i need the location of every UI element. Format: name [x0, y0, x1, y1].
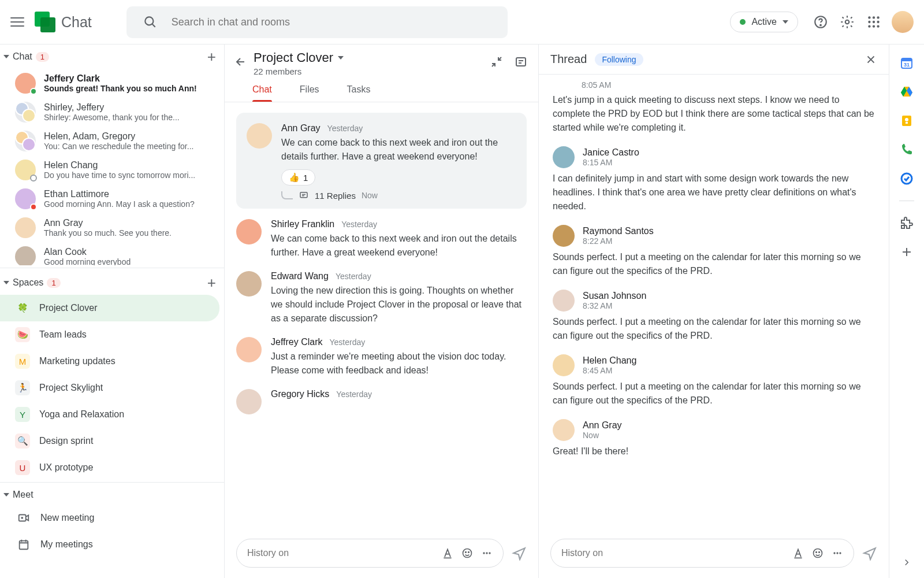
spaces-section-header[interactable]: Spaces 1 +: [0, 271, 224, 295]
chat-section-header[interactable]: Chat 1 +: [0, 45, 224, 69]
reaction-chip[interactable]: 👍1: [281, 169, 315, 186]
keep-app-icon[interactable]: [900, 114, 914, 128]
chat-item[interactable]: Ann GrayThank you so much. See you there…: [0, 213, 224, 242]
space-item[interactable]: UUX prototype: [0, 454, 219, 480]
chat-item[interactable]: Ethan LattimoreGood morning Ann. May I a…: [0, 184, 224, 213]
conversation-tabs: ChatFilesTasks: [225, 76, 538, 102]
chat-unread-badge: 1: [36, 52, 49, 62]
presence-dot-icon: [30, 88, 37, 95]
drive-app-icon[interactable]: [900, 85, 914, 99]
more-icon[interactable]: [481, 547, 493, 559]
close-icon[interactable]: [865, 53, 877, 66]
sidebar: Chat 1 + Jeffery ClarkSounds great! Than…: [0, 45, 225, 578]
caret-down-icon[interactable]: [338, 56, 344, 60]
featured-message-card[interactable]: Ann GrayYesterday We can come back to th…: [236, 113, 527, 209]
caret-down-icon[interactable]: [3, 281, 9, 284]
chat-item[interactable]: Helen ChangDo you have time to sync tomo…: [0, 155, 224, 184]
composer-input[interactable]: [247, 548, 434, 558]
meet-section-header[interactable]: Meet: [0, 485, 224, 505]
settings-gear-icon[interactable]: [840, 14, 855, 29]
format-icon[interactable]: [442, 547, 453, 559]
send-button[interactable]: [862, 546, 877, 561]
space-item[interactable]: 🏃Project Skylight: [0, 375, 219, 401]
back-arrow-icon[interactable]: [234, 55, 248, 69]
space-item[interactable]: YYoga and Relaxation: [0, 401, 219, 428]
meet-item[interactable]: My meetings: [0, 531, 224, 558]
tab-tasks[interactable]: Tasks: [347, 84, 371, 102]
space-icon: U: [15, 460, 30, 475]
svg-point-5: [868, 16, 870, 18]
space-item[interactable]: MMarketing updates: [0, 348, 219, 375]
avatar: [236, 337, 262, 362]
chat-preview: You: Can we reschedule the meeting for..…: [44, 142, 216, 151]
collapse-rail-icon[interactable]: [901, 557, 912, 568]
svg-point-8: [868, 21, 870, 23]
thread-messages: 8:05 AM Let's jump in a quick meeting to…: [539, 75, 889, 528]
following-chip[interactable]: Following: [595, 53, 643, 66]
meet-item-label: New meeting: [40, 513, 94, 523]
message-author: Raymond Santos: [583, 226, 654, 236]
message-time: 8:15 AM: [583, 158, 639, 167]
thread-panel-icon[interactable]: [514, 55, 528, 69]
caret-down-icon[interactable]: [3, 55, 9, 58]
help-icon[interactable]: [813, 14, 828, 29]
search-bar[interactable]: [126, 6, 508, 38]
message-time: Yesterday: [327, 124, 363, 133]
replies-summary[interactable]: 11 Replies Now: [281, 190, 516, 201]
thread-composer[interactable]: [550, 539, 854, 568]
new-space-button[interactable]: +: [207, 275, 216, 290]
caret-down-icon[interactable]: [3, 493, 9, 497]
extensions-icon[interactable]: [900, 216, 914, 230]
send-button[interactable]: [512, 546, 527, 561]
emoji-icon[interactable]: [461, 547, 473, 559]
status-selector[interactable]: Active: [730, 12, 798, 32]
message-text: Just a reminder we're meeting about the …: [271, 350, 527, 377]
meet-list: New meetingMy meetings: [0, 505, 224, 558]
emoji-icon[interactable]: [812, 547, 824, 559]
reaction-emoji: 👍: [289, 172, 300, 183]
space-label: Yoga and Relaxation: [39, 409, 124, 420]
svg-point-26: [483, 552, 485, 554]
tab-files[interactable]: Files: [300, 84, 319, 102]
search-icon: [143, 14, 158, 29]
space-item[interactable]: 🍉Team leads: [0, 321, 219, 348]
calendar-app-icon[interactable]: 31: [900, 56, 914, 70]
message-text: Let's jump in a quick meeting to discuss…: [553, 93, 875, 135]
svg-point-23: [463, 549, 472, 558]
message-composer[interactable]: [236, 539, 504, 568]
thread-message: Ann GrayNowGreat! I'll be there!: [553, 419, 875, 458]
chat-item[interactable]: Alan CookGood morning everybod: [0, 242, 224, 265]
add-app-icon[interactable]: [900, 245, 914, 259]
tab-chat[interactable]: Chat: [252, 84, 272, 102]
main-menu-button[interactable]: [10, 15, 24, 29]
new-chat-button[interactable]: +: [207, 49, 216, 64]
account-avatar[interactable]: [892, 11, 914, 33]
chat-section-label: Chat: [13, 51, 32, 62]
thread-composer-input[interactable]: [561, 548, 784, 558]
thread-message: Helen Chang8:45 AMSounds perfect. I put …: [553, 354, 875, 407]
message-text: Sounds perfect. I put a meeting on the c…: [553, 315, 875, 343]
svg-point-7: [877, 16, 879, 18]
format-icon[interactable]: [792, 547, 804, 559]
calendar-icon: [17, 538, 30, 551]
chat-item[interactable]: Jeffery ClarkSounds great! Thank you so …: [0, 69, 224, 98]
chat-item[interactable]: Shirley, JefferyShirley: Awesome, thank …: [0, 98, 224, 127]
spaces-unread-badge: 1: [47, 278, 60, 288]
space-icon: 🔍: [15, 433, 30, 449]
space-item[interactable]: 🍀Project Clover: [0, 295, 219, 321]
meet-item[interactable]: New meeting: [0, 505, 224, 531]
more-icon[interactable]: [832, 547, 843, 559]
svg-point-13: [877, 25, 879, 27]
search-input[interactable]: [172, 16, 497, 28]
chat-preview: Good morning everybod: [44, 257, 216, 265]
space-item[interactable]: 🔍Design sprint: [0, 428, 219, 454]
svg-point-31: [816, 552, 817, 553]
message-time: 8:45 AM: [583, 366, 636, 375]
apps-grid-icon[interactable]: [866, 14, 881, 29]
collapse-icon[interactable]: [490, 55, 504, 69]
message-text: Sounds perfect. I put a meeting on the c…: [553, 250, 875, 278]
phone-app-icon[interactable]: [900, 143, 914, 157]
chat-item[interactable]: Helen, Adam, GregoryYou: Can we reschedu…: [0, 127, 224, 155]
chat-list: Jeffery ClarkSounds great! Thank you so …: [0, 69, 224, 265]
tasks-app-icon[interactable]: [900, 172, 914, 186]
